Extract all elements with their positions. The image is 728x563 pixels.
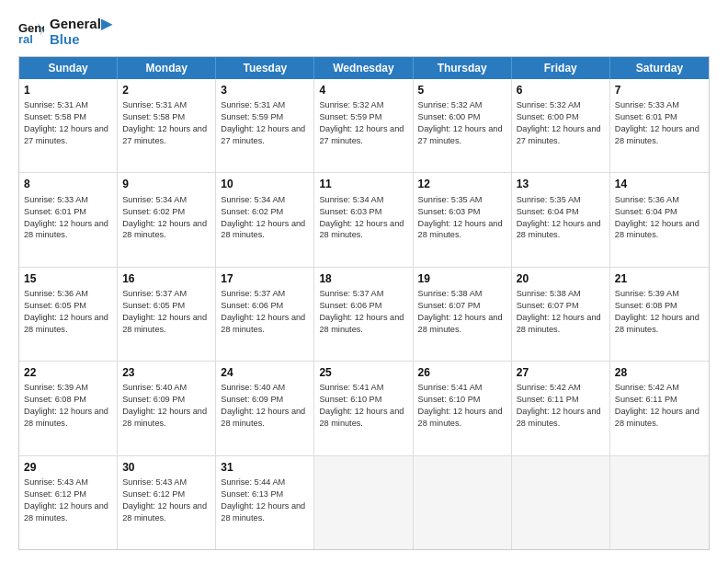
logo-text: General▶ Blue [50, 17, 112, 47]
day-number: 15 [24, 271, 112, 286]
calendar-cell: 2 Sunrise: 5:31 AMSunset: 5:58 PMDayligh… [118, 79, 216, 172]
weekday-header: Thursday [414, 57, 512, 79]
weekday-header: Friday [512, 57, 610, 79]
cell-info: Sunrise: 5:31 AMSunset: 5:59 PMDaylight:… [221, 100, 305, 145]
calendar-cell [314, 456, 413, 549]
calendar-cell: 19 Sunrise: 5:38 AMSunset: 6:07 PMDaylig… [414, 268, 512, 361]
calendar-body: 1 Sunrise: 5:31 AMSunset: 5:58 PMDayligh… [19, 79, 709, 549]
day-number: 1 [24, 83, 112, 98]
day-number: 18 [319, 271, 407, 286]
day-number: 8 [24, 177, 112, 191]
day-number: 24 [221, 365, 309, 380]
logo: Gene ral General▶ Blue [18, 17, 112, 47]
cell-info: Sunrise: 5:35 AMSunset: 6:03 PMDaylight:… [418, 195, 503, 240]
calendar-cell: 14 Sunrise: 5:36 AMSunset: 6:04 PMDaylig… [610, 173, 709, 266]
day-number: 27 [517, 365, 605, 380]
calendar-cell: 9 Sunrise: 5:34 AMSunset: 6:02 PMDayligh… [118, 173, 216, 266]
cell-info: Sunrise: 5:32 AMSunset: 6:00 PMDaylight:… [418, 100, 503, 145]
cell-info: Sunrise: 5:42 AMSunset: 6:11 PMDaylight:… [517, 383, 601, 428]
calendar-cell: 23 Sunrise: 5:40 AMSunset: 6:09 PMDaylig… [118, 362, 216, 454]
cell-info: Sunrise: 5:41 AMSunset: 6:10 PMDaylight:… [418, 383, 503, 428]
cell-info: Sunrise: 5:44 AMSunset: 6:13 PMDaylight:… [221, 477, 305, 523]
calendar-cell: 3 Sunrise: 5:31 AMSunset: 5:59 PMDayligh… [216, 79, 314, 172]
calendar-cell: 4 Sunrise: 5:32 AMSunset: 5:59 PMDayligh… [314, 79, 413, 172]
calendar-cell: 25 Sunrise: 5:41 AMSunset: 6:10 PMDaylig… [314, 362, 413, 454]
day-number: 9 [122, 177, 210, 191]
calendar-cell: 12 Sunrise: 5:35 AMSunset: 6:03 PMDaylig… [414, 173, 512, 266]
cell-info: Sunrise: 5:31 AMSunset: 5:58 PMDaylight:… [24, 100, 108, 145]
calendar-cell: 29 Sunrise: 5:43 AMSunset: 6:12 PMDaylig… [19, 456, 118, 549]
day-number: 2 [122, 83, 210, 98]
calendar-row: 8 Sunrise: 5:33 AMSunset: 6:01 PMDayligh… [19, 172, 709, 266]
cell-info: Sunrise: 5:40 AMSunset: 6:09 PMDaylight:… [122, 383, 207, 428]
cell-info: Sunrise: 5:39 AMSunset: 6:08 PMDaylight:… [615, 289, 700, 334]
calendar-row: 29 Sunrise: 5:43 AMSunset: 6:12 PMDaylig… [19, 455, 709, 549]
page: Gene ral General▶ Blue SundayMondayTuesd… [0, 0, 728, 563]
calendar-cell: 30 Sunrise: 5:43 AMSunset: 6:12 PMDaylig… [118, 456, 216, 549]
cell-info: Sunrise: 5:35 AMSunset: 6:04 PMDaylight:… [517, 195, 601, 240]
cell-info: Sunrise: 5:37 AMSunset: 6:06 PMDaylight:… [221, 289, 305, 334]
calendar-cell: 5 Sunrise: 5:32 AMSunset: 6:00 PMDayligh… [414, 79, 512, 172]
calendar-cell: 1 Sunrise: 5:31 AMSunset: 5:58 PMDayligh… [19, 79, 118, 172]
cell-info: Sunrise: 5:43 AMSunset: 6:12 PMDaylight:… [122, 477, 207, 523]
calendar-cell: 18 Sunrise: 5:37 AMSunset: 6:06 PMDaylig… [314, 268, 413, 361]
weekday-header: Tuesday [216, 57, 314, 79]
calendar-header: SundayMondayTuesdayWednesdayThursdayFrid… [19, 57, 709, 79]
day-number: 16 [122, 271, 210, 286]
calendar-cell: 27 Sunrise: 5:42 AMSunset: 6:11 PMDaylig… [512, 362, 610, 454]
day-number: 12 [418, 177, 506, 191]
calendar-cell: 8 Sunrise: 5:33 AMSunset: 6:01 PMDayligh… [19, 173, 118, 266]
day-number: 7 [615, 83, 704, 98]
calendar-cell [512, 456, 610, 549]
weekday-header: Monday [118, 57, 216, 79]
calendar-row: 15 Sunrise: 5:36 AMSunset: 6:05 PMDaylig… [19, 267, 709, 361]
cell-info: Sunrise: 5:31 AMSunset: 5:58 PMDaylight:… [122, 100, 207, 145]
cell-info: Sunrise: 5:34 AMSunset: 6:03 PMDaylight:… [319, 195, 404, 240]
cell-info: Sunrise: 5:37 AMSunset: 6:05 PMDaylight:… [122, 289, 207, 334]
header: Gene ral General▶ Blue [18, 17, 710, 47]
calendar-cell: 16 Sunrise: 5:37 AMSunset: 6:05 PMDaylig… [118, 268, 216, 361]
calendar-cell: 26 Sunrise: 5:41 AMSunset: 6:10 PMDaylig… [414, 362, 512, 454]
cell-info: Sunrise: 5:34 AMSunset: 6:02 PMDaylight:… [122, 195, 207, 240]
cell-info: Sunrise: 5:37 AMSunset: 6:06 PMDaylight:… [319, 289, 404, 334]
cell-info: Sunrise: 5:41 AMSunset: 6:10 PMDaylight:… [319, 383, 404, 428]
calendar-cell [610, 456, 709, 549]
day-number: 26 [418, 365, 506, 380]
day-number: 14 [615, 177, 704, 191]
calendar-cell: 22 Sunrise: 5:39 AMSunset: 6:08 PMDaylig… [19, 362, 118, 454]
weekday-header: Saturday [610, 57, 709, 79]
cell-info: Sunrise: 5:40 AMSunset: 6:09 PMDaylight:… [221, 383, 305, 428]
day-number: 19 [418, 271, 506, 286]
cell-info: Sunrise: 5:38 AMSunset: 6:07 PMDaylight:… [517, 289, 601, 334]
cell-info: Sunrise: 5:42 AMSunset: 6:11 PMDaylight:… [615, 383, 700, 428]
calendar-row: 22 Sunrise: 5:39 AMSunset: 6:08 PMDaylig… [19, 361, 709, 454]
calendar-cell: 28 Sunrise: 5:42 AMSunset: 6:11 PMDaylig… [610, 362, 709, 454]
calendar-cell: 17 Sunrise: 5:37 AMSunset: 6:06 PMDaylig… [216, 268, 314, 361]
day-number: 21 [615, 271, 704, 286]
weekday-header: Wednesday [314, 57, 413, 79]
day-number: 30 [122, 460, 210, 475]
cell-info: Sunrise: 5:38 AMSunset: 6:07 PMDaylight:… [418, 289, 503, 334]
day-number: 11 [319, 177, 407, 191]
calendar-cell: 7 Sunrise: 5:33 AMSunset: 6:01 PMDayligh… [610, 79, 709, 172]
cell-info: Sunrise: 5:36 AMSunset: 6:05 PMDaylight:… [24, 289, 108, 334]
calendar-cell: 10 Sunrise: 5:34 AMSunset: 6:02 PMDaylig… [216, 173, 314, 266]
day-number: 3 [221, 83, 309, 98]
day-number: 22 [24, 365, 112, 380]
day-number: 6 [517, 83, 605, 98]
svg-text:ral: ral [18, 32, 33, 45]
cell-info: Sunrise: 5:32 AMSunset: 6:00 PMDaylight:… [517, 100, 601, 145]
day-number: 29 [24, 460, 112, 475]
day-number: 28 [615, 365, 704, 380]
day-number: 13 [517, 177, 605, 191]
cell-info: Sunrise: 5:39 AMSunset: 6:08 PMDaylight:… [24, 383, 108, 428]
calendar-cell [414, 456, 512, 549]
calendar-row: 1 Sunrise: 5:31 AMSunset: 5:58 PMDayligh… [19, 79, 709, 172]
calendar-cell: 15 Sunrise: 5:36 AMSunset: 6:05 PMDaylig… [19, 268, 118, 361]
day-number: 20 [517, 271, 605, 286]
calendar-cell: 21 Sunrise: 5:39 AMSunset: 6:08 PMDaylig… [610, 268, 709, 361]
calendar: SundayMondayTuesdayWednesdayThursdayFrid… [18, 56, 710, 550]
calendar-cell: 31 Sunrise: 5:44 AMSunset: 6:13 PMDaylig… [216, 456, 314, 549]
day-number: 23 [122, 365, 210, 380]
day-number: 25 [319, 365, 407, 380]
